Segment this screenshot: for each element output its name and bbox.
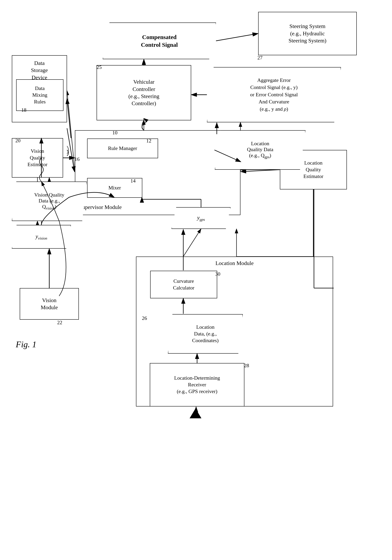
curvature-calculator-box: CurvatureCalculator bbox=[150, 271, 217, 298]
ref-30-inner: 30 bbox=[215, 271, 220, 277]
curvature-calculator-label: CurvatureCalculator bbox=[173, 278, 194, 291]
location-data-label: LocationData, (e.g.,Coordinates) bbox=[192, 324, 219, 344]
ref-20: 20 bbox=[15, 138, 20, 144]
ref-27: 27 bbox=[257, 55, 263, 61]
vehicular-controller-label: VehicularController(e.g., SteeringContro… bbox=[128, 78, 159, 107]
ref-28: 28 bbox=[244, 363, 249, 369]
location-determining-receiver-box: Location-DeterminingReceiver(e.g., GPS r… bbox=[150, 363, 244, 407]
svg-line-18 bbox=[183, 229, 201, 257]
supervisor-module-label: Supervisor Module bbox=[79, 204, 122, 211]
svg-line-35 bbox=[67, 99, 71, 138]
y-gps-label: ygps bbox=[197, 214, 205, 222]
vision-module-box: VisionModule bbox=[20, 288, 79, 320]
location-data-box: LocationData, (e.g.,Coordinates) bbox=[168, 314, 243, 354]
vision-quality-data-box: Vision QualityData (e.g.,Qvision) bbox=[12, 181, 87, 221]
vision-quality-estimator-label: VisionQualityEstimator bbox=[27, 148, 47, 168]
data-storage-device-box: DataStorageDevice DataMixingRules bbox=[12, 55, 67, 122]
data-storage-device-label: DataStorageDevice bbox=[12, 60, 67, 81]
location-determining-receiver-label: Location-DeterminingReceiver(e.g., GPS r… bbox=[174, 375, 220, 395]
ref-14-inner: 14 bbox=[131, 178, 136, 184]
svg-line-38 bbox=[241, 170, 279, 172]
steering-system-label: Steering System(e.g., HydraulicSteering … bbox=[288, 23, 326, 44]
svg-line-31 bbox=[216, 34, 258, 41]
compensated-control-signal-label: Compensated Control Signal bbox=[141, 33, 178, 49]
ref-10: 10 bbox=[112, 130, 117, 136]
data-mixing-rules-label: DataMixingRules bbox=[32, 85, 48, 105]
ref-18: 18 bbox=[21, 107, 26, 113]
aggregate-error-signal-label: Aggregate ErrorControl Signal (e.g., y)o… bbox=[250, 77, 298, 113]
gps-antenna-symbol bbox=[190, 409, 201, 418]
svg-line-34 bbox=[67, 128, 75, 172]
location-quality-data-label: LocationQuality Data(e.g., Qgps) bbox=[247, 141, 273, 159]
supervisor-module-box: Supervisor Module Rule Manager 12 Mixer … bbox=[75, 130, 240, 215]
svg-line-7 bbox=[67, 91, 75, 172]
rule-manager-label: Rule Manager bbox=[108, 145, 137, 152]
diagram-container: Compensated Control Signal Steering Syst… bbox=[0, 0, 392, 560]
vision-quality-data-label: Vision QualityData (e.g.,Qvision) bbox=[34, 192, 64, 210]
vision-module-label: VisionModule bbox=[41, 297, 58, 311]
steering-system-box: Steering System(e.g., HydraulicSteering … bbox=[258, 12, 357, 55]
location-module-label: Location Module bbox=[215, 260, 254, 267]
vision-quality-estimator-box: VisionQualityEstimator bbox=[12, 138, 63, 178]
svg-line-3 bbox=[216, 34, 258, 41]
location-quality-data-box: LocationQuality Data(e.g., Qgps) bbox=[215, 130, 306, 170]
y-gps-box: ygps bbox=[172, 207, 230, 229]
location-quality-estimator-label: LocationQualityEstimator bbox=[303, 160, 323, 180]
data-mixing-rules-box: DataMixingRules bbox=[16, 79, 63, 111]
ref-25: 25 bbox=[96, 64, 102, 70]
aggregate-error-signal-box: Aggregate ErrorControl Signal (e.g., y)o… bbox=[207, 67, 341, 122]
ref-16: 16 bbox=[75, 156, 80, 162]
vehicular-controller-box: VehicularController(e.g., SteeringContro… bbox=[96, 65, 191, 120]
ref-12-inner: 12 bbox=[146, 138, 151, 144]
ref-22: 22 bbox=[57, 320, 62, 326]
fig-label: Fig. 1 bbox=[16, 340, 37, 350]
y-vision-label: yvision bbox=[36, 233, 47, 240]
mixer-label: Mixer bbox=[108, 184, 121, 191]
ref-26: 26 bbox=[142, 315, 147, 321]
compensated-control-signal-box: Compensated Control Signal bbox=[103, 22, 216, 59]
y-vision-box: yvision bbox=[12, 225, 71, 249]
